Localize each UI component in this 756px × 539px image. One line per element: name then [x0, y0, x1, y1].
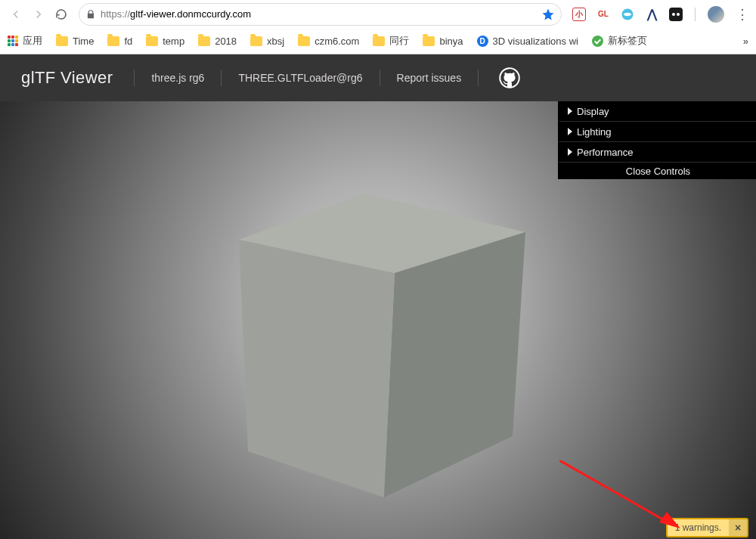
extension-gl-icon[interactable]: GL: [596, 8, 610, 21]
chevron-right-icon: [568, 128, 572, 135]
warnings-toast: 1 warnings. ×: [666, 518, 748, 537]
folder-icon: [107, 36, 119, 46]
chrome-menu-button[interactable]: ⋮: [735, 7, 750, 22]
reload-button[interactable]: [51, 5, 71, 24]
folder-icon: [146, 36, 158, 46]
bookmark-folder[interactable]: binya: [423, 36, 463, 47]
divider: [478, 70, 479, 86]
bookmark-folder[interactable]: Time: [56, 36, 94, 47]
apps-label: 应用: [23, 34, 42, 48]
address-bar[interactable]: https://gltf-viewer.donmccurdy.com: [79, 3, 562, 26]
site-icon: [592, 36, 603, 47]
back-button[interactable]: [6, 5, 26, 24]
extension-1-icon[interactable]: 小: [572, 8, 586, 21]
forward-button[interactable]: [29, 5, 48, 24]
divider: [134, 70, 135, 86]
lock-icon: [85, 9, 96, 20]
site-icon: D: [477, 36, 488, 47]
folder-icon: [250, 36, 262, 46]
bookmark-folder[interactable]: temp: [146, 36, 184, 47]
bookmark-folder[interactable]: fd: [107, 36, 132, 47]
folder-icon: [423, 36, 435, 46]
viewport[interactable]: Display Lighting Performance Close Contr…: [0, 101, 756, 539]
divider: [221, 70, 222, 86]
bookmark-folder[interactable]: czm6.com: [298, 36, 359, 47]
report-issues-link[interactable]: Report issues: [397, 72, 462, 84]
gui-panel: Display Lighting Performance Close Contr…: [558, 101, 756, 179]
apps-button[interactable]: 应用: [8, 34, 42, 48]
threejs-link[interactable]: three.js rg6: [151, 72, 204, 84]
bookmark-link[interactable]: D3D visualizations wi: [477, 36, 578, 47]
gui-label: Display: [577, 106, 609, 117]
gui-folder-performance[interactable]: Performance: [558, 142, 756, 163]
bookmark-folder[interactable]: 同行: [373, 34, 409, 48]
extensions-row: 小 GL ⋀ ⋮: [572, 6, 750, 23]
gui-label: Lighting: [577, 126, 612, 138]
extension-3-icon[interactable]: [621, 8, 634, 21]
folder-icon: [198, 36, 210, 46]
svg-marker-3: [239, 240, 395, 497]
svg-marker-4: [384, 232, 525, 497]
app-header: glTF Viewer three.js rg6 THREE.GLTFLoade…: [0, 54, 756, 101]
loader-link[interactable]: THREE.GLTFLoader@rg6: [238, 72, 362, 84]
gui-close-button[interactable]: Close Controls: [558, 163, 756, 179]
svg-line-5: [559, 460, 665, 521]
bookmarks-overflow-button[interactable]: »: [743, 36, 748, 47]
folder-icon: [298, 36, 310, 46]
apps-icon: [8, 36, 18, 46]
cube-model: [237, 194, 528, 497]
bookmark-link[interactable]: 新标签页: [592, 34, 647, 48]
gui-label: Performance: [577, 147, 633, 158]
app: glTF Viewer three.js rg6 THREE.GLTFLoade…: [0, 54, 756, 539]
divider: [380, 70, 380, 86]
chevron-right-icon: [568, 107, 572, 115]
github-icon[interactable]: [498, 67, 521, 89]
bookmarks-bar: 应用 Time fd temp 2018 xbsj czm6.com 同行 bi…: [0, 28, 756, 54]
chevron-right-icon: [568, 148, 572, 156]
toolbar-row: https://gltf-viewer.donmccurdy.com 小 GL …: [0, 0, 756, 28]
profile-avatar[interactable]: [708, 6, 724, 23]
url-text: https://gltf-viewer.donmccurdy.com: [101, 8, 541, 20]
folder-icon: [373, 36, 385, 46]
divider: [695, 8, 696, 21]
app-title: glTF Viewer: [21, 68, 113, 88]
gui-folder-lighting[interactable]: Lighting: [558, 122, 756, 142]
annotation-arrow: [559, 460, 680, 528]
toast-text[interactable]: 1 warnings.: [668, 519, 729, 536]
bookmark-star-icon[interactable]: [541, 8, 555, 21]
toast-close-button[interactable]: ×: [729, 519, 747, 536]
extension-4-icon[interactable]: ⋀: [645, 8, 658, 21]
bookmark-folder[interactable]: 2018: [198, 36, 237, 47]
extension-5-icon[interactable]: [669, 8, 683, 21]
browser-chrome: https://gltf-viewer.donmccurdy.com 小 GL …: [0, 0, 756, 54]
folder-icon: [56, 36, 68, 46]
gui-folder-display[interactable]: Display: [558, 101, 756, 122]
bookmark-folder[interactable]: xbsj: [250, 36, 284, 47]
